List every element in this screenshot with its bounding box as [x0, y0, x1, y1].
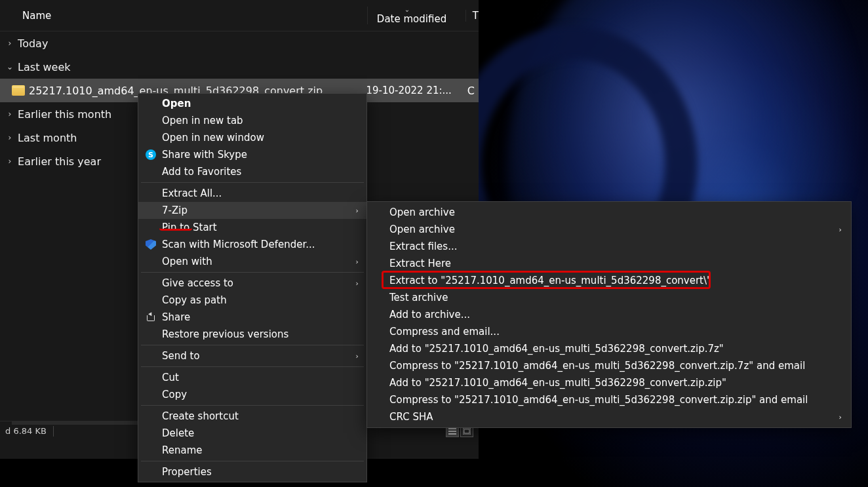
menu-separator: [141, 272, 364, 273]
menu-give-access[interactable]: Give access to ›: [138, 275, 366, 292]
menu-share-skype[interactable]: S Share with Skype: [138, 146, 366, 163]
menu-extract-all[interactable]: Extract All...: [138, 185, 366, 202]
group-today[interactable]: › Today: [0, 31, 479, 55]
submenu-test-archive[interactable]: Test archive: [367, 289, 851, 306]
svg-rect-4: [464, 429, 469, 433]
group-label: Earlier this year: [18, 155, 101, 168]
menu-copy-as-path[interactable]: Copy as path: [138, 292, 366, 309]
menu-create-shortcut[interactable]: Create shortcut: [138, 408, 366, 425]
skype-icon: S: [145, 149, 157, 161]
status-separator: [53, 426, 54, 437]
submenu-arrow-icon: ›: [356, 279, 359, 288]
menu-7zip[interactable]: 7-Zip ›: [138, 202, 366, 219]
column-date-label: Date modified: [377, 14, 446, 24]
file-date: 19-10-2022 21:...: [366, 85, 467, 96]
submenu-extract-files[interactable]: Extract files...: [367, 238, 851, 255]
submenu-arrow-icon: ›: [839, 225, 842, 234]
submenu-compress-7z-email[interactable]: Compress to "25217.1010_amd64_en-us_mult…: [367, 357, 851, 374]
menu-rename[interactable]: Rename: [138, 442, 366, 459]
menu-separator: [141, 182, 364, 183]
submenu-arrow-icon: ›: [839, 413, 842, 421]
menu-cut[interactable]: Cut: [138, 369, 366, 386]
seven-zip-submenu: Open archive Open archive › Extract file…: [366, 201, 852, 428]
menu-open-new-tab[interactable]: Open in new tab: [138, 112, 366, 129]
menu-separator: [141, 366, 364, 367]
menu-label: CRC SHA: [389, 411, 433, 423]
menu-label: Give access to: [162, 277, 233, 289]
status-size: d 6.84 KB: [5, 426, 47, 436]
menu-label: Open archive: [389, 224, 455, 235]
chevron-right-icon: ›: [5, 133, 14, 142]
column-type[interactable]: T: [465, 10, 479, 22]
menu-open-with[interactable]: Open with ›: [138, 253, 366, 270]
chevron-down-icon: ⌄: [5, 62, 14, 71]
column-date-modified[interactable]: ⌄ Date modified: [367, 7, 465, 24]
menu-send-to[interactable]: Send to ›: [138, 347, 366, 364]
grid-icon: [463, 428, 471, 435]
menu-pin-start[interactable]: Pin to Start: [138, 219, 366, 236]
submenu-compress-zip-email[interactable]: Compress to "25217.1010_amd64_en-us_mult…: [367, 391, 851, 408]
submenu-extract-to-folder[interactable]: Extract to "25217.1010_amd64_en-us_multi…: [367, 272, 851, 289]
group-label: Last week: [18, 61, 70, 73]
menu-open[interactable]: Open: [138, 95, 366, 112]
defender-shield-icon: [145, 239, 157, 250]
chevron-right-icon: ›: [5, 109, 14, 119]
menu-copy[interactable]: Copy: [138, 386, 366, 403]
share-icon: [145, 311, 157, 323]
group-label: Today: [18, 37, 48, 50]
menu-label: Share: [162, 311, 190, 323]
submenu-compress-email[interactable]: Compress and email...: [367, 323, 851, 340]
submenu-extract-here[interactable]: Extract Here: [367, 255, 851, 272]
menu-label: Open with: [162, 256, 212, 267]
menu-separator: [141, 405, 364, 406]
submenu-add-to-archive[interactable]: Add to archive...: [367, 306, 851, 323]
menu-label: Share with Skype: [162, 149, 247, 161]
column-name[interactable]: Name: [0, 10, 367, 22]
submenu-open-archive-flyout[interactable]: Open archive ›: [367, 221, 851, 238]
svg-rect-2: [448, 433, 456, 435]
submenu-arrow-icon: ›: [356, 258, 359, 266]
chevron-right-icon: ›: [5, 157, 14, 166]
menu-label: Scan with Microsoft Defender...: [162, 239, 315, 250]
list-icon: [448, 428, 456, 435]
menu-scan-defender[interactable]: Scan with Microsoft Defender...: [138, 236, 366, 253]
menu-restore-versions[interactable]: Restore previous versions: [138, 326, 366, 343]
chevron-right-icon: ›: [5, 39, 14, 48]
sort-indicator-icon: ⌄: [404, 7, 410, 13]
group-last-week[interactable]: ⌄ Last week: [0, 55, 479, 79]
menu-properties[interactable]: Properties: [138, 463, 366, 480]
group-label: Last month: [18, 132, 77, 144]
menu-share[interactable]: Share: [138, 309, 366, 326]
submenu-open-archive[interactable]: Open archive: [367, 204, 851, 221]
zip-file-icon: [12, 85, 25, 96]
group-label: Earlier this month: [18, 108, 111, 121]
menu-separator: [141, 461, 364, 461]
submenu-arrow-icon: ›: [356, 206, 359, 215]
submenu-arrow-icon: ›: [356, 352, 359, 360]
menu-label: 7-Zip: [162, 205, 187, 216]
menu-label: Send to: [162, 350, 200, 362]
file-type-initial: C: [467, 85, 479, 97]
context-menu: Open Open in new tab Open in new window …: [138, 93, 367, 482]
submenu-add-to-7z[interactable]: Add to "25217.1010_amd64_en-us_multi_5d3…: [367, 340, 851, 357]
menu-open-new-window[interactable]: Open in new window: [138, 129, 366, 146]
menu-separator: [141, 345, 364, 345]
svg-rect-1: [448, 431, 456, 432]
submenu-crc-sha[interactable]: CRC SHA ›: [367, 408, 851, 425]
menu-delete[interactable]: Delete: [138, 425, 366, 442]
submenu-add-to-zip[interactable]: Add to "25217.1010_amd64_en-us_multi_5d3…: [367, 374, 851, 391]
menu-add-favorites[interactable]: Add to Favorites: [138, 163, 366, 180]
column-header-row: Name ⌄ Date modified T: [0, 0, 479, 31]
